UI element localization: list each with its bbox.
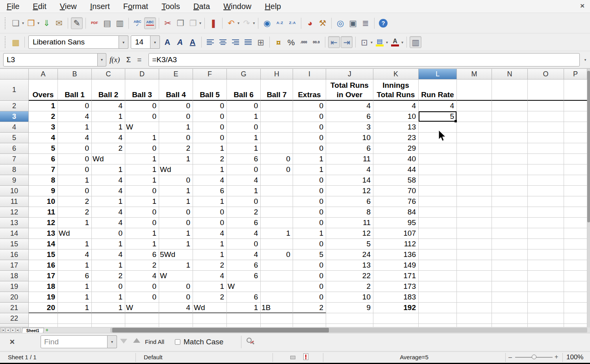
bold-button[interactable]: A bbox=[161, 36, 173, 48]
cell-P21[interactable] bbox=[564, 303, 587, 313]
cell-C18[interactable]: 2 bbox=[92, 271, 125, 281]
borders-button[interactable]: ⊡ bbox=[358, 36, 370, 48]
cell-D7[interactable]: 1 bbox=[125, 154, 159, 164]
cell-B21[interactable]: 1 bbox=[58, 303, 92, 313]
cell-I20[interactable]: 0 bbox=[293, 292, 326, 303]
cell-H21[interactable]: 1B bbox=[261, 303, 293, 313]
sum-icon[interactable]: Σ bbox=[126, 55, 131, 64]
cell-P19[interactable] bbox=[564, 281, 587, 292]
cell-C[interactable] bbox=[92, 324, 125, 327]
cell-P4[interactable] bbox=[564, 122, 587, 133]
cell-N1[interactable] bbox=[492, 79, 528, 101]
cell-A21[interactable]: 20 bbox=[29, 303, 58, 313]
cell-B17[interactable]: 1 bbox=[58, 260, 92, 271]
toolbar-grip[interactable] bbox=[5, 17, 7, 29]
cell-D8[interactable]: 1 bbox=[125, 164, 159, 175]
cell-F10[interactable]: 6 bbox=[193, 186, 227, 196]
cell-O13[interactable] bbox=[528, 218, 564, 228]
cell-I11[interactable]: 0 bbox=[293, 196, 326, 207]
cell-E5[interactable]: 0 bbox=[159, 133, 193, 143]
column-header-F[interactable]: F bbox=[193, 69, 227, 79]
cell-D15[interactable]: 1 bbox=[125, 239, 159, 249]
navigator-button[interactable]: ◎ bbox=[334, 17, 346, 29]
cell-A[interactable] bbox=[29, 324, 58, 327]
cell-L8[interactable] bbox=[419, 164, 457, 175]
cell-O9[interactable] bbox=[528, 175, 564, 186]
cell-M5[interactable] bbox=[457, 133, 492, 143]
cell-D[interactable] bbox=[125, 324, 159, 327]
cell-K3[interactable]: 10 bbox=[373, 111, 419, 122]
clone-formatting-button[interactable]: ❚ bbox=[208, 17, 219, 29]
cell-M22[interactable] bbox=[457, 313, 492, 324]
cell-C11[interactable]: 1 bbox=[92, 196, 125, 207]
cell-M8[interactable] bbox=[457, 164, 492, 175]
cell-I19[interactable]: 0 bbox=[293, 281, 326, 292]
cell-E16[interactable]: 5Wd bbox=[159, 249, 193, 260]
cell-M17[interactable] bbox=[457, 260, 492, 271]
cell-O20[interactable] bbox=[528, 292, 564, 303]
cell-N10[interactable] bbox=[492, 186, 528, 196]
cell-N18[interactable] bbox=[492, 271, 528, 281]
cell-P12[interactable] bbox=[564, 207, 587, 218]
cell-B14[interactable]: Wd bbox=[58, 228, 92, 239]
column-header-N[interactable]: N bbox=[492, 69, 528, 79]
cell-J18[interactable]: 22 bbox=[326, 271, 373, 281]
merge-cells-button[interactable]: ⊞ bbox=[255, 36, 267, 48]
menu-data[interactable]: Data bbox=[187, 1, 217, 12]
cell-L12[interactable] bbox=[419, 207, 457, 218]
font-size-combo[interactable]: 14 ▾ bbox=[131, 35, 160, 49]
cell-A14[interactable]: 13 bbox=[29, 228, 58, 239]
row-header-22[interactable]: 22 bbox=[0, 313, 29, 324]
cell-F[interactable] bbox=[193, 324, 227, 327]
row-header-16[interactable]: 16 bbox=[0, 249, 29, 260]
cell-H18[interactable] bbox=[261, 271, 293, 281]
cell-E13[interactable]: 0 bbox=[159, 218, 193, 228]
cell-H[interactable] bbox=[261, 324, 293, 327]
cell-F4[interactable]: 0 bbox=[193, 122, 227, 133]
cell-G17[interactable]: 6 bbox=[227, 260, 261, 271]
cell-P10[interactable] bbox=[564, 186, 587, 196]
cell-I10[interactable]: 0 bbox=[293, 186, 326, 196]
cell-B1[interactable]: Ball 1 bbox=[58, 79, 92, 101]
row-header-4[interactable]: 4 bbox=[0, 122, 29, 133]
align-left-button[interactable] bbox=[204, 36, 216, 48]
last-sheet-button[interactable]: ▸| bbox=[16, 328, 20, 333]
cell-F5[interactable]: 0 bbox=[193, 133, 227, 143]
underline-button[interactable]: A bbox=[187, 36, 199, 48]
cell-J5[interactable]: 10 bbox=[326, 133, 373, 143]
cell-I14[interactable]: 1 bbox=[293, 228, 326, 239]
cell-J15[interactable]: 5 bbox=[326, 239, 373, 249]
cell-J2[interactable]: 4 bbox=[326, 101, 373, 111]
name-box-dropdown-icon[interactable]: ▾ bbox=[98, 53, 106, 67]
cell-N17[interactable] bbox=[492, 260, 528, 271]
cell-G19[interactable]: W bbox=[227, 281, 261, 292]
select-all-corner[interactable] bbox=[0, 69, 29, 79]
row-header-7[interactable]: 7 bbox=[0, 154, 29, 164]
cell-C19[interactable]: 0 bbox=[92, 281, 125, 292]
cell-D14[interactable]: 1 bbox=[125, 228, 159, 239]
cell-D12[interactable]: 0 bbox=[125, 207, 159, 218]
cell-P18[interactable] bbox=[564, 271, 587, 281]
cell-M4[interactable] bbox=[457, 122, 492, 133]
cell-E19[interactable]: 0 bbox=[159, 281, 193, 292]
print-preview-button[interactable]: ▥ bbox=[114, 17, 126, 29]
row-header-12[interactable]: 12 bbox=[0, 207, 29, 218]
menu-insert[interactable]: Insert bbox=[83, 1, 117, 12]
cell-L19[interactable] bbox=[419, 281, 457, 292]
cell-H20[interactable] bbox=[261, 292, 293, 303]
save-button[interactable]: ⇓ bbox=[41, 17, 52, 29]
cell-A12[interactable]: 11 bbox=[29, 207, 58, 218]
cell-E21[interactable]: 4 bbox=[159, 303, 193, 313]
cell-J16[interactable]: 24 bbox=[326, 249, 373, 260]
cell-H8[interactable]: 0 bbox=[261, 164, 293, 175]
cell-P2[interactable] bbox=[564, 101, 587, 111]
cell-P1[interactable] bbox=[564, 79, 587, 101]
cell-L4[interactable] bbox=[419, 122, 457, 133]
find-previous-icon[interactable] bbox=[120, 339, 127, 344]
help-button[interactable]: ? bbox=[377, 17, 389, 29]
cell-C15[interactable]: 1 bbox=[92, 239, 125, 249]
column-header-I[interactable]: I bbox=[293, 69, 326, 79]
cell-N3[interactable] bbox=[492, 111, 528, 122]
cell-M15[interactable] bbox=[457, 239, 492, 249]
cell-M16[interactable] bbox=[457, 249, 492, 260]
